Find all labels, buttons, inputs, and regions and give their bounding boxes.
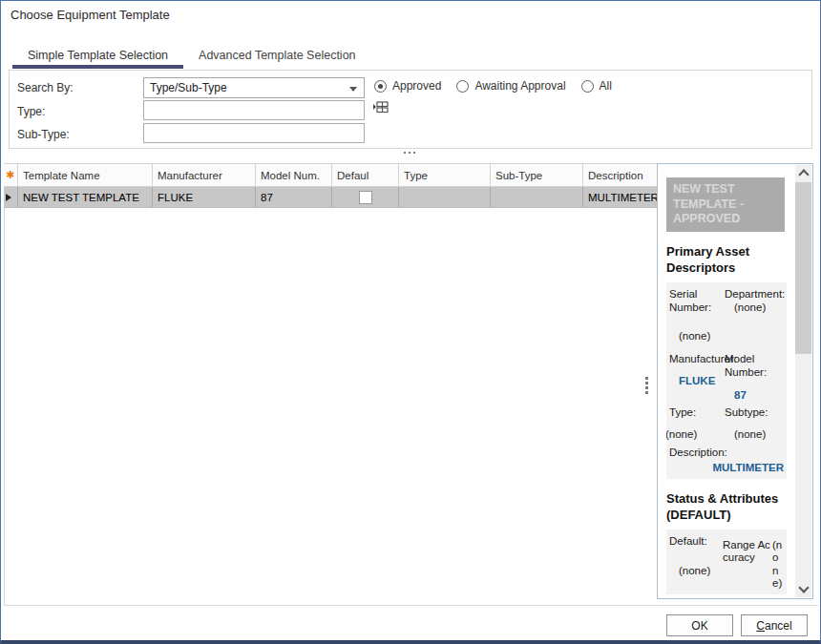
column-header-model-num[interactable]: Model Num. [256, 164, 332, 186]
radio-all[interactable]: All [581, 79, 612, 93]
manufacturer-label: Manufacturer: [669, 352, 723, 365]
required-asterisk-icon: ✱ [6, 170, 14, 180]
template-results-grid: ✱ Template Name Manufacturer Model Num. … [4, 163, 657, 208]
ok-button[interactable]: OK [666, 614, 733, 636]
manufacturer-value: FLUKE [669, 374, 723, 387]
grid-header-row: ✱ Template Name Manufacturer Model Num. … [4, 163, 657, 187]
radio-approved[interactable]: Approved [374, 79, 441, 93]
search-group: Search By: Type/Sub-Type Approved Awaiti… [9, 70, 812, 149]
serial-number-label: Serial Number: [669, 287, 723, 315]
cancel-button-label: ancel [765, 619, 792, 633]
details-scrollbar[interactable] [795, 165, 811, 597]
column-header-manufacturer[interactable]: Manufacturer [153, 164, 256, 186]
chevron-down-icon [349, 87, 357, 92]
department-label: Department: [725, 287, 785, 301]
search-by-dropdown[interactable]: Type/Sub-Type [143, 77, 365, 98]
status-attributes-fieldbox: Default: (none) Range Accuracy (none) [666, 530, 787, 594]
radio-awaiting-approval[interactable]: Awaiting Approval [456, 79, 565, 93]
department-value: (none) [725, 301, 785, 314]
column-header-default[interactable]: Defaul [332, 164, 399, 186]
cancel-button-label-accel: C [756, 619, 765, 633]
radio-all-label: All [600, 79, 612, 93]
cell-description: MULTIMETER [583, 187, 657, 207]
model-number-label: Model Number: [725, 352, 785, 380]
cell-default [332, 187, 399, 207]
range-accuracy-label: Range Accuracy [723, 539, 770, 564]
type-input[interactable] [143, 100, 365, 120]
subtype-detail-value: (none) [725, 427, 785, 441]
column-header-template-name[interactable]: Template Name [18, 164, 153, 186]
serial-number-value: (none) [669, 329, 723, 343]
primary-asset-descriptors-title: Primary Asset Descriptors [666, 244, 787, 277]
tab-advanced-label: Advanced Template Selection [199, 49, 355, 62]
description-label: Description: [669, 446, 727, 459]
ok-button-label: OK [691, 619, 707, 633]
chevron-down-icon [798, 582, 809, 592]
primary-asset-fieldbox: Serial Number: (none) Department: (none)… [666, 282, 787, 480]
chevron-up-icon [798, 169, 809, 179]
current-row-arrow-icon [6, 194, 11, 201]
table-row[interactable]: NEW TEST TEMPLATE FLUKE 87 MULTIMETER [4, 187, 657, 208]
radio-unselected-icon [581, 80, 594, 93]
radio-selected-icon [374, 80, 387, 93]
subtype-detail-label: Subtype: [725, 405, 785, 419]
dialog-title: Choose Equipment Template [11, 8, 170, 22]
column-header-type[interactable]: Type [399, 164, 491, 186]
choose-equipment-template-dialog: Choose Equipment Template Simple Templat… [0, 0, 821, 644]
model-number-value: 87 [725, 388, 785, 402]
type-lookup-button[interactable] [372, 99, 389, 116]
scroll-up-button[interactable] [795, 165, 811, 181]
scroll-down-button[interactable] [795, 581, 811, 597]
grid-lookup-icon [372, 99, 389, 116]
column-header-description[interactable]: Description [583, 164, 657, 186]
cell-manufacturer: FLUKE [153, 187, 256, 207]
default-checkbox[interactable] [359, 191, 372, 204]
radio-awaiting-label: Awaiting Approval [474, 79, 565, 93]
type-label: Type: [17, 105, 45, 118]
radio-approved-label: Approved [392, 79, 441, 93]
range-accuracy-value: (none) [772, 539, 784, 590]
approval-filter-radios: Approved Awaiting Approval All [374, 79, 612, 93]
results-area [4, 163, 658, 606]
template-status-header: NEW TEST TEMPLATE - APPROVED [666, 177, 785, 232]
tab-simple-template-selection[interactable]: Simple Template Selection [12, 44, 183, 67]
type-detail-value: (none) [666, 427, 723, 441]
tab-simple-label: Simple Template Selection [28, 49, 168, 62]
cell-sub-type [491, 187, 583, 207]
cell-model-num: 87 [256, 187, 332, 207]
cell-template-name: NEW TEST TEMPLATE [18, 187, 153, 207]
vertical-splitter-handle[interactable] [645, 377, 648, 394]
search-by-label: Search By: [17, 81, 74, 94]
description-value: MULTIMETER [669, 461, 784, 474]
column-header-sub-type[interactable]: Sub-Type [491, 164, 583, 186]
search-by-selected-value: Type/Sub-Type [150, 81, 227, 94]
footer-separator [4, 605, 818, 606]
template-details-panel: NEW TEST TEMPLATE - APPROVED Primary Ass… [657, 163, 813, 599]
grid-selector-header: ✱ [4, 164, 18, 186]
template-details-content: NEW TEST TEMPLATE - APPROVED Primary Ass… [666, 164, 787, 598]
tab-strip: Simple Template Selection Advanced Templ… [12, 44, 371, 67]
title-bar: Choose Equipment Template [1, 1, 820, 30]
status-attributes-title: Status & Attributes (DEFAULT) [666, 491, 787, 524]
tab-advanced-template-selection[interactable]: Advanced Template Selection [183, 44, 370, 67]
default-label: Default: [669, 534, 721, 548]
subtype-label: Sub-Type: [17, 128, 70, 141]
subtype-input[interactable] [143, 123, 365, 143]
type-detail-label: Type: [669, 405, 723, 419]
default-value: (none) [669, 564, 721, 577]
horizontal-splitter-handle[interactable] [404, 152, 415, 154]
cell-type [399, 187, 491, 207]
radio-unselected-icon [456, 80, 469, 93]
row-selector-cell [4, 187, 18, 207]
cancel-button[interactable]: Cancel [741, 614, 808, 636]
scrollbar-thumb[interactable] [795, 182, 811, 354]
